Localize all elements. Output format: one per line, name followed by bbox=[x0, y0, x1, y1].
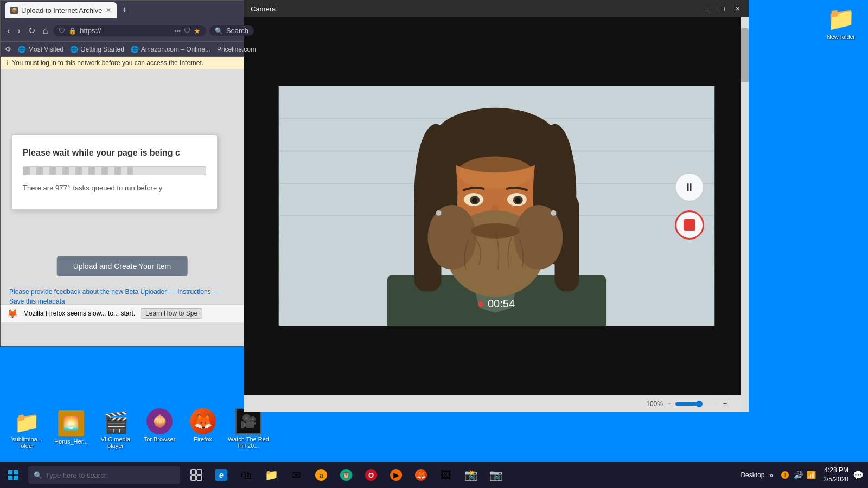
camera-maximize-button[interactable]: □ bbox=[718, 3, 726, 14]
home-button[interactable]: ⌂ bbox=[41, 25, 50, 37]
person-silhouette bbox=[279, 86, 714, 326]
chat-bubble-icon: 💬 bbox=[853, 470, 864, 480]
file-explorer-icon: 📁 bbox=[265, 468, 278, 481]
show-more-icon[interactable]: » bbox=[769, 471, 773, 479]
zoom-out-icon[interactable]: − bbox=[667, 400, 671, 408]
desktop-icon-firefox[interactable]: 🦊 Firefox bbox=[181, 406, 225, 451]
taskbar-media-player[interactable]: ▶ bbox=[384, 462, 408, 488]
taskbar-photos[interactable]: 🖼 bbox=[434, 462, 458, 488]
scrollbar-thumb[interactable] bbox=[741, 28, 749, 82]
taskbar-camera[interactable]: 📷 bbox=[484, 462, 508, 488]
camera-scroll-bar[interactable]: 100% − + bbox=[244, 395, 749, 412]
tab-title: Upload to Internet Archive bbox=[21, 7, 103, 15]
tab-favicon: 📦 bbox=[10, 7, 18, 14]
unknown-app-icon: 📸 bbox=[464, 468, 478, 481]
taskbar-app-icons: e 🛍 📁 ✉ a 🦉 O bbox=[184, 462, 508, 488]
antivirus-icon: ! bbox=[781, 471, 789, 479]
start-button[interactable] bbox=[0, 462, 26, 488]
taskbar-edge[interactable]: e bbox=[209, 462, 233, 488]
taskbar-search[interactable]: 🔍 bbox=[28, 466, 180, 484]
taskbar-tripadvisor[interactable]: 🦉 bbox=[334, 462, 358, 488]
notification-tray-icon[interactable]: ! bbox=[780, 470, 790, 480]
camera-minimize-button[interactable]: − bbox=[703, 3, 711, 14]
bookmark-getting-started[interactable]: 🌐 Getting Started bbox=[70, 46, 124, 53]
camera-titlebar: Camera − □ × bbox=[244, 0, 749, 17]
lock-icon: 🔒 bbox=[68, 27, 76, 35]
bookmark-priceline[interactable]: Priceline.com bbox=[217, 46, 256, 53]
volume-speaker-icon: 🔊 bbox=[794, 471, 803, 479]
taskbar-amazon[interactable]: a bbox=[309, 462, 333, 488]
globe-icon: 🌐 bbox=[18, 46, 26, 53]
zoom-in-icon[interactable]: + bbox=[723, 400, 727, 408]
taskbar-search-input[interactable] bbox=[46, 471, 175, 479]
tor-icon: 🧅 bbox=[146, 408, 173, 434]
svg-point-27 bbox=[551, 210, 556, 216]
upload-create-button[interactable]: Upload and Create Your Item bbox=[57, 256, 188, 276]
new-folder-icon[interactable]: 📁 New folder bbox=[819, 5, 863, 40]
new-tab-button[interactable]: + bbox=[119, 5, 131, 16]
camera-title: Camera bbox=[251, 5, 703, 13]
taskbar-task-view[interactable] bbox=[184, 462, 208, 488]
instructions-link[interactable]: Instructions bbox=[177, 288, 210, 296]
task-view-icon bbox=[190, 469, 202, 481]
time-display: 4:28 PM bbox=[823, 466, 848, 475]
desktop-icon-tor[interactable]: 🧅 Tor Browser bbox=[138, 406, 181, 451]
taskbar-firefox[interactable]: 🦊 bbox=[409, 462, 433, 488]
loading-tasks: There are 9771 tasks queued to run befor… bbox=[23, 184, 206, 192]
url-input[interactable] bbox=[80, 27, 171, 35]
bookmark-star-icon[interactable]: ★ bbox=[194, 27, 201, 35]
firefox-taskbar-icon: 🦊 bbox=[415, 469, 427, 481]
zoom-slider-thumb[interactable] bbox=[696, 401, 703, 407]
taskbar-unknown-app[interactable]: 📸 bbox=[459, 462, 483, 488]
loading-title: Please wait while your page is being c bbox=[23, 148, 206, 158]
back-button[interactable]: ‹ bbox=[5, 25, 12, 37]
taskbar-search-icon: 🔍 bbox=[34, 471, 42, 479]
record-stop-button[interactable] bbox=[675, 210, 704, 240]
svg-point-23 bbox=[427, 205, 476, 269]
camera-scrollbar[interactable] bbox=[741, 17, 749, 412]
pause-button[interactable]: ⏸ bbox=[675, 172, 704, 202]
opera-icon: O bbox=[365, 469, 377, 481]
forward-button[interactable]: › bbox=[15, 25, 22, 37]
vlc-taskbar-icon: ▶ bbox=[390, 469, 402, 481]
info-icon: ℹ bbox=[6, 59, 9, 67]
address-bar[interactable]: 🛡 🔒 ••• 🛡 ★ bbox=[53, 25, 206, 36]
active-tab[interactable]: 📦 Upload to Internet Archive ✕ bbox=[5, 2, 117, 18]
notification-center-button[interactable]: 💬 bbox=[853, 470, 864, 480]
tab-close-button[interactable]: ✕ bbox=[106, 7, 111, 14]
svg-rect-33 bbox=[197, 470, 202, 474]
svg-rect-29 bbox=[14, 470, 18, 474]
svg-rect-30 bbox=[8, 476, 12, 480]
tab-bar: 📦 Upload to Internet Archive ✕ + bbox=[1, 1, 244, 20]
camera-feed: ⏸ 00:54 bbox=[278, 86, 715, 326]
bookmark-amazon[interactable]: 🌐 Amazon.com – Online... bbox=[131, 46, 210, 53]
taskbar: 🔍 e 🛍 📁 bbox=[0, 462, 868, 488]
camera-close-button[interactable]: × bbox=[733, 3, 742, 14]
reload-button[interactable]: ↻ bbox=[26, 24, 37, 37]
learn-how-link[interactable]: Learn How to Spe bbox=[141, 308, 202, 319]
bookmark-most-visited[interactable]: 🌐 Most Visited bbox=[18, 46, 63, 53]
bookmarks-bar: ⚙ 🌐 Most Visited 🌐 Getting Started 🌐 Ama… bbox=[1, 42, 244, 57]
svg-rect-35 bbox=[197, 476, 202, 480]
taskbar-opera[interactable]: O bbox=[359, 462, 383, 488]
browser-window: 📦 Upload to Internet Archive ✕ + ‹ › ↻ ⌂… bbox=[0, 0, 244, 347]
network-icon[interactable]: 📶 bbox=[806, 470, 816, 480]
taskbar-file-explorer[interactable]: 📁 bbox=[259, 462, 283, 488]
timer-display: 00:54 bbox=[488, 298, 515, 310]
globe2-icon: 🌐 bbox=[70, 46, 78, 53]
browser-nav: ‹ › ↻ ⌂ 🛡 🔒 ••• 🛡 ★ 🔍 Search bbox=[1, 20, 244, 42]
search-glass-icon: 🔍 bbox=[215, 27, 223, 35]
taskbar-right: Desktop » ! 🔊 📶 4:28 PM 3/5/2020 bbox=[741, 466, 868, 484]
taskbar-store[interactable]: 🛍 bbox=[234, 462, 258, 488]
search-label[interactable]: Search bbox=[226, 27, 248, 35]
taskbar-time-date[interactable]: 4:28 PM 3/5/2020 bbox=[823, 466, 848, 484]
more-options-icon: ••• bbox=[174, 28, 181, 34]
camera-feed-area: ⏸ 00:54 bbox=[244, 17, 749, 395]
camera-taskbar-icon: 📷 bbox=[489, 468, 503, 481]
desktop-icon-redpill[interactable]: 🎥 Watch The Red Pill 20... bbox=[225, 406, 272, 451]
system-tray: ! 🔊 📶 bbox=[777, 470, 819, 480]
taskbar-mail[interactable]: ✉ bbox=[284, 462, 308, 488]
pause-icon: ⏸ bbox=[684, 181, 695, 194]
camera-window: Camera − □ × bbox=[244, 0, 749, 412]
volume-icon[interactable]: 🔊 bbox=[793, 470, 803, 480]
